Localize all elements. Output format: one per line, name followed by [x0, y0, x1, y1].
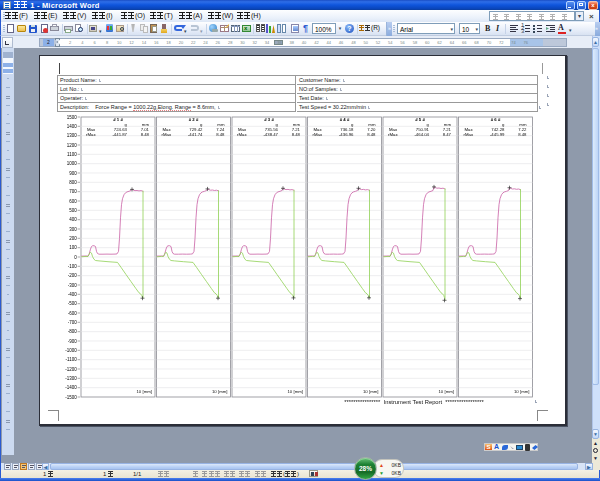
svg-text:-1500: -1500 — [65, 395, 77, 400]
svg-text:8.47: 8.47 — [443, 132, 452, 137]
svg-text:300: 300 — [69, 227, 77, 232]
svg-text:1300: 1300 — [67, 133, 78, 138]
svg-text:rMax: rMax — [388, 132, 398, 137]
svg-text:-300: -300 — [68, 283, 78, 288]
svg-text:10 [mm]: 10 [mm] — [514, 389, 530, 394]
svg-text:rMax: rMax — [237, 132, 247, 137]
svg-text:# 1 #: # 1 # — [113, 117, 123, 122]
svg-text:**************** Instrument T: **************** Instrument Test Report … — [344, 399, 484, 405]
svg-text:10 [mm]: 10 [mm] — [212, 389, 228, 394]
svg-text:-600: -600 — [68, 311, 78, 316]
svg-text:rMax: rMax — [313, 132, 323, 137]
svg-text:800: 800 — [69, 180, 77, 185]
svg-text:-441.87: -441.87 — [112, 132, 127, 137]
svg-text:1400: 1400 — [67, 124, 78, 129]
svg-text:-445.99: -445.99 — [490, 132, 505, 137]
svg-text:10 [mm]: 10 [mm] — [136, 389, 152, 394]
svg-text:# 5 #: # 5 # — [415, 117, 425, 122]
svg-text:-1100: -1100 — [66, 357, 78, 362]
svg-text:8.48: 8.48 — [292, 132, 301, 137]
svg-text:rMax: rMax — [86, 132, 96, 137]
svg-text:400: 400 — [69, 217, 77, 222]
svg-text:# 2 #: # 2 # — [189, 117, 199, 122]
svg-text:1500: 1500 — [67, 115, 78, 120]
svg-text:-464.04: -464.04 — [414, 132, 429, 137]
svg-text:500: 500 — [69, 208, 77, 213]
svg-text:-441.74: -441.74 — [188, 132, 203, 137]
svg-text:-1000: -1000 — [65, 348, 77, 353]
svg-text:100: 100 — [69, 245, 77, 250]
svg-text:10 [mm]: 10 [mm] — [438, 389, 454, 394]
svg-text:900: 900 — [69, 171, 77, 176]
svg-text:8.48: 8.48 — [141, 132, 150, 137]
svg-text:1100: 1100 — [67, 152, 77, 157]
svg-text:8.48: 8.48 — [518, 132, 527, 137]
svg-text:-436.96: -436.96 — [339, 132, 354, 137]
svg-text:rMax: rMax — [162, 132, 172, 137]
svg-text:1200: 1200 — [67, 143, 78, 148]
svg-text:# 6 #: # 6 # — [491, 117, 501, 122]
svg-text:-800: -800 — [68, 329, 78, 334]
svg-text:-700: -700 — [68, 320, 78, 325]
svg-text:8.48: 8.48 — [367, 132, 376, 137]
svg-text:700: 700 — [69, 189, 77, 194]
svg-text:1000: 1000 — [67, 161, 78, 166]
svg-text:-500: -500 — [68, 301, 78, 306]
svg-text:-1200: -1200 — [65, 367, 77, 372]
svg-text:0: 0 — [74, 255, 77, 260]
svg-text:# 3 #: # 3 # — [264, 117, 274, 122]
svg-text:# 4 #: # 4 # — [340, 117, 350, 122]
svg-text:-900: -900 — [68, 339, 78, 344]
svg-text:200: 200 — [69, 236, 77, 241]
svg-text:rMax: rMax — [464, 132, 474, 137]
svg-text:600: 600 — [69, 199, 77, 204]
svg-text:-100: -100 — [68, 264, 78, 269]
svg-text:-200: -200 — [68, 273, 78, 278]
svg-text:-400: -400 — [68, 292, 78, 297]
svg-text:-1300: -1300 — [65, 376, 77, 381]
svg-text:-1400: -1400 — [65, 385, 77, 390]
svg-text:10 [mm]: 10 [mm] — [287, 389, 303, 394]
svg-text:8.48: 8.48 — [216, 132, 225, 137]
svg-text:10 [mm]: 10 [mm] — [363, 389, 379, 394]
svg-text:-438.47: -438.47 — [263, 132, 278, 137]
